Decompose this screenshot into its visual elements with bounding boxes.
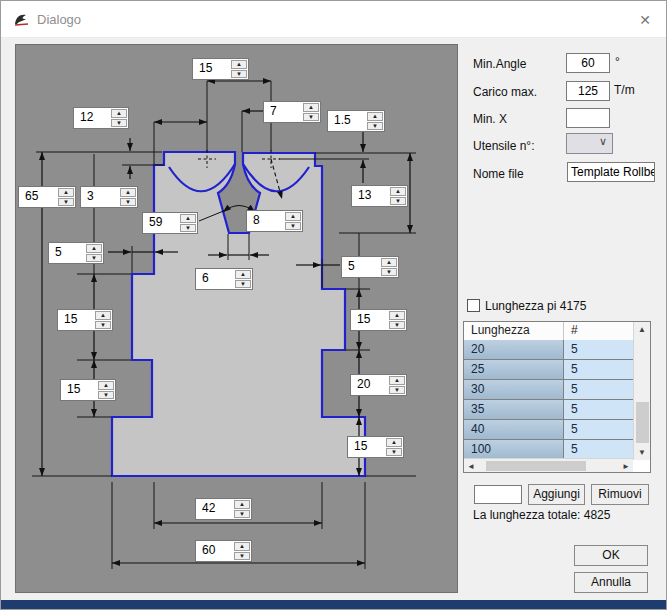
table-row[interactable]: 255 <box>464 360 633 380</box>
spin-down-icon[interactable]: ▼ <box>86 254 102 263</box>
spin-up-icon[interactable]: ▲ <box>389 376 405 385</box>
spin-up-icon[interactable]: ▲ <box>285 212 301 221</box>
dimension-spinner-g8[interactable]: 8▲▼ <box>246 210 303 232</box>
spin-up-icon[interactable]: ▲ <box>98 381 114 390</box>
dimension-value[interactable]: 15 <box>193 59 230 79</box>
dimension-spinner-l12[interactable]: 12▲▼ <box>73 107 129 129</box>
spin-up-icon[interactable]: ▲ <box>389 311 405 320</box>
dimension-value[interactable]: 42 <box>196 499 233 519</box>
spin-up-icon[interactable]: ▲ <box>95 311 111 320</box>
table-row[interactable]: 305 <box>464 380 633 400</box>
cell-count[interactable]: 5 <box>564 420 633 439</box>
min-angle-input[interactable]: 60 <box>566 53 610 73</box>
scroll-down-icon[interactable]: ▼ <box>634 448 650 457</box>
dimension-spinner-w42[interactable]: 42▲▼ <box>195 498 252 520</box>
col-header-count[interactable]: # <box>564 322 633 340</box>
annulla-button[interactable]: Annulla <box>574 572 648 593</box>
dimension-value[interactable]: 3 <box>81 187 119 207</box>
dimension-spinner-h65[interactable]: 65▲▼ <box>18 186 76 208</box>
cell-count[interactable]: 5 <box>564 340 633 359</box>
dimension-spinner-f6[interactable]: 6▲▼ <box>195 268 253 290</box>
spin-up-icon[interactable]: ▲ <box>386 438 402 447</box>
aggiungi-button[interactable]: Aggiungi <box>528 484 585 505</box>
cell-count[interactable]: 5 <box>564 440 633 459</box>
dimension-value[interactable]: 15 <box>58 310 94 330</box>
dimension-spinner-q5l[interactable]: 5▲▼ <box>48 242 104 264</box>
spin-up-icon[interactable]: ▲ <box>180 214 196 223</box>
cell-lunghezza[interactable]: 20 <box>464 340 564 359</box>
cell-lunghezza[interactable]: 40 <box>464 420 564 439</box>
dimension-value[interactable]: 65 <box>19 187 57 207</box>
spin-down-icon[interactable]: ▼ <box>234 552 250 561</box>
dimension-spinner-a59[interactable]: 59▲▼ <box>142 212 198 234</box>
dimension-value[interactable]: 7 <box>264 102 302 122</box>
spin-up-icon[interactable]: ▲ <box>235 270 251 279</box>
spin-up-icon[interactable]: ▲ <box>381 258 397 267</box>
vertical-scroll-thumb[interactable] <box>636 402 649 443</box>
spin-up-icon[interactable]: ▲ <box>120 188 136 197</box>
cell-lunghezza[interactable]: 100 <box>464 440 564 459</box>
spin-down-icon[interactable]: ▼ <box>386 448 402 457</box>
spin-down-icon[interactable]: ▼ <box>389 321 405 330</box>
rimuovi-button[interactable]: Rimuovi <box>591 484 649 505</box>
spin-up-icon[interactable]: ▲ <box>231 60 247 69</box>
spin-up-icon[interactable]: ▲ <box>86 244 102 253</box>
dimension-spinner-q5r[interactable]: 5▲▼ <box>341 256 399 278</box>
dimension-value[interactable]: 20 <box>351 375 388 395</box>
table-row[interactable]: 405 <box>464 420 633 440</box>
spin-down-icon[interactable]: ▼ <box>120 198 136 207</box>
dimension-spinner-m15l[interactable]: 15▲▼ <box>57 309 113 331</box>
cell-lunghezza[interactable]: 35 <box>464 400 564 419</box>
ok-button[interactable]: OK <box>574 545 648 566</box>
dimension-value[interactable]: 5 <box>49 243 85 263</box>
spin-up-icon[interactable]: ▲ <box>367 112 383 121</box>
cell-lunghezza[interactable]: 25 <box>464 360 564 379</box>
spin-up-icon[interactable]: ▲ <box>390 187 406 196</box>
carico-max-input[interactable]: 125 <box>566 81 610 101</box>
dimension-value[interactable]: 6 <box>196 269 234 289</box>
spin-up-icon[interactable]: ▲ <box>234 500 250 509</box>
cell-lunghezza[interactable]: 30 <box>464 380 564 399</box>
nome-file-input[interactable]: Template Rollber <box>567 162 655 182</box>
dimension-spinner-w7[interactable]: 7▲▼ <box>263 101 321 123</box>
dimension-value[interactable]: 13 <box>352 186 389 206</box>
dimension-spinner-r20[interactable]: 20▲▼ <box>350 374 407 396</box>
spin-up-icon[interactable]: ▲ <box>111 109 127 118</box>
spin-up-icon[interactable]: ▲ <box>234 542 250 551</box>
cell-count[interactable]: 5 <box>564 380 633 399</box>
spin-up-icon[interactable]: ▲ <box>303 103 319 112</box>
dimension-value[interactable]: 12 <box>74 108 110 128</box>
dimension-spinner-s15[interactable]: 1.5▲▼ <box>327 110 385 132</box>
spin-up-icon[interactable]: ▲ <box>58 188 74 197</box>
spin-down-icon[interactable]: ▼ <box>381 268 397 277</box>
close-icon[interactable]: ✕ <box>632 9 658 31</box>
dimension-value[interactable]: 60 <box>196 541 233 561</box>
dimension-spinner-w60[interactable]: 60▲▼ <box>195 540 252 562</box>
spin-down-icon[interactable]: ▼ <box>303 113 319 122</box>
scroll-right-icon[interactable]: ► <box>622 462 630 471</box>
spin-down-icon[interactable]: ▼ <box>231 70 247 79</box>
dimension-spinner-s3[interactable]: 3▲▼ <box>80 186 138 208</box>
min-x-input[interactable] <box>566 108 610 128</box>
dimension-value[interactable]: 1.5 <box>328 111 366 131</box>
cell-count[interactable]: 5 <box>564 360 633 379</box>
dimension-value[interactable]: 59 <box>143 213 179 233</box>
dimension-spinner-d13[interactable]: 13▲▼ <box>351 185 408 207</box>
dimension-value[interactable]: 15 <box>61 380 97 400</box>
spin-down-icon[interactable]: ▼ <box>98 391 114 400</box>
utensile-select[interactable]: ∨ <box>566 133 613 154</box>
vertical-scrollbar[interactable]: ▲ ▼ <box>633 322 650 460</box>
scroll-left-icon[interactable]: ◄ <box>467 462 475 471</box>
horizontal-scrollbar[interactable]: ◄ ► <box>464 458 633 472</box>
table-row[interactable]: 205 <box>464 340 633 360</box>
spin-down-icon[interactable]: ▼ <box>235 280 251 289</box>
spin-down-icon[interactable]: ▼ <box>390 197 406 206</box>
horizontal-scroll-thumb[interactable] <box>486 461 586 471</box>
spin-down-icon[interactable]: ▼ <box>111 119 127 128</box>
spin-down-icon[interactable]: ▼ <box>285 222 301 231</box>
spin-down-icon[interactable]: ▼ <box>234 510 250 519</box>
new-length-input[interactable] <box>474 485 522 504</box>
col-header-lunghezza[interactable]: Lunghezza <box>464 322 564 340</box>
dimension-value[interactable]: 5 <box>342 257 380 277</box>
dimension-value[interactable]: 15 <box>351 310 388 330</box>
